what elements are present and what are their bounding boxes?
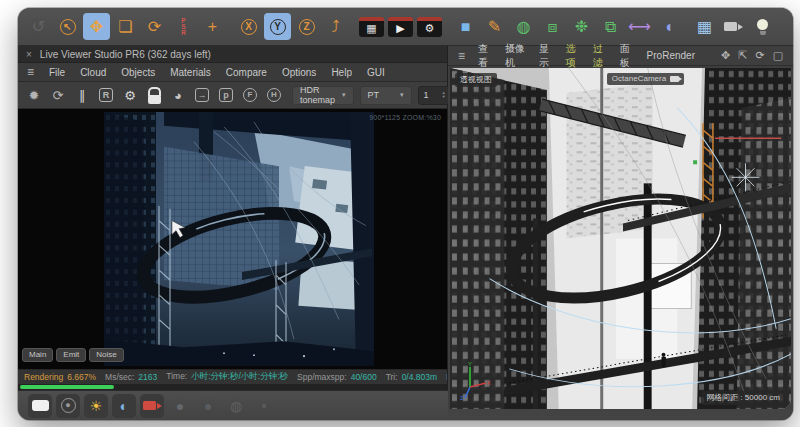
vp-menu-filter[interactable]: 过滤 [593, 42, 607, 70]
kernel-dropdown[interactable]: PT ▾ [360, 86, 412, 105]
vp-menu-panel[interactable]: 面板 [620, 42, 634, 70]
environment-disc-icon[interactable]: ◖ [655, 13, 682, 40]
toggle-view-icon[interactable]: ▢ [773, 49, 783, 62]
deformer-icon[interactable]: ⟷ [626, 13, 653, 40]
chevron-down-icon: ▾ [400, 91, 404, 99]
scatter-sphere-icon[interactable]: • [252, 394, 276, 418]
render-view-icon[interactable]: ▦ [359, 17, 384, 37]
white-balance-picker-icon[interactable]: H [263, 84, 285, 106]
render-progressbar [18, 384, 447, 390]
pass-main-button[interactable]: Main [22, 348, 53, 362]
coord-system-icon[interactable]: ⤴ [322, 13, 349, 40]
render-settings-gear-icon[interactable]: ⚙ [119, 84, 141, 106]
menu-compare[interactable]: Compare [226, 67, 267, 78]
material-slot-icon[interactable] [28, 394, 52, 418]
rotate-tool-icon[interactable]: ⟳ [141, 13, 168, 40]
vp-menu-options[interactable]: 选项 [566, 42, 580, 70]
status-tri-label: Tri: [386, 372, 398, 382]
status-spp-value: 40/600 [351, 372, 377, 382]
env-sphere-icon[interactable]: ● [196, 394, 220, 418]
sun-light-icon[interactable]: ☀ [84, 394, 108, 418]
live-viewer-toolbar: ✹⟳∥R⚙◕→pFH HDR tonemap ▾ PT ▾ 1 ▴▾ 0.9 [18, 82, 447, 109]
tonemap-dropdown[interactable]: HDR tonemap ▾ [292, 86, 354, 105]
status-mssec-value: 2163 [138, 372, 157, 382]
dolly-view-icon[interactable]: ⇱ [738, 49, 747, 62]
pass-noise-button[interactable]: Noise [89, 348, 123, 362]
vp-menu-camera[interactable]: 摄像机 [505, 42, 526, 70]
render-view[interactable]: 900*1125 ZOOM:%30 Main Emit Noise [18, 109, 447, 369]
pick-material-icon[interactable]: → [191, 84, 213, 106]
light-icon[interactable] [749, 13, 776, 40]
menu-gui[interactable]: GUI [367, 67, 385, 78]
viewport-menubar: ≡ 查看 摄像机 显示 选项 过滤 面板 ProRender ✥ ⇱ ⟳ ▢ [448, 46, 793, 66]
pass-emit-button[interactable]: Emit [56, 348, 86, 362]
samples-field[interactable]: 1 ▴▾ [418, 86, 451, 105]
render-resolution-info: 900*1125 ZOOM:%30 [369, 114, 441, 121]
stepper-icon[interactable]: ▴▾ [443, 91, 445, 99]
pan-view-icon[interactable]: ✥ [721, 49, 730, 62]
progress-fill [20, 385, 114, 389]
octane-object-toolbar: ●☀◐●●◍• [18, 390, 448, 420]
octane-logo-icon[interactable]: ✹ [23, 84, 45, 106]
hamburger-menu-icon[interactable]: ≡ [27, 65, 34, 79]
focus-picker-icon[interactable]: F [239, 84, 261, 106]
modeling-axis-icon[interactable]: + [199, 13, 226, 40]
floor-icon[interactable]: ▦ [691, 13, 718, 40]
diffuse-material-icon[interactable]: ● [56, 394, 80, 418]
subdivision-surface-icon[interactable]: ◍ [510, 13, 537, 40]
samples-value: 1 [424, 90, 438, 100]
lock-resolution-icon[interactable] [143, 84, 165, 106]
undo-icon[interactable]: ↺ [25, 13, 52, 40]
camera-icon[interactable] [720, 13, 747, 40]
cloner-icon[interactable]: ⧉ [597, 13, 624, 40]
octane-camera-icon[interactable] [140, 394, 164, 418]
reset-psr-icon[interactable]: PSR [170, 13, 197, 40]
y-axis-lock-icon[interactable]: Y [264, 13, 291, 40]
toolbar-separator [683, 14, 690, 40]
vp-menu-display[interactable]: 显示 [539, 42, 553, 70]
add-cube-icon[interactable]: ■ [452, 13, 479, 40]
viewport-canvas[interactable]: 透视视图 OctaneCamera 网格间距 : 50000 cm Y X Z [450, 68, 791, 409]
hdri-sphere-icon[interactable]: ● [168, 394, 192, 418]
live-viewer-menubar: ≡ File Cloud Objects Materials Compare O… [18, 63, 447, 82]
menu-objects[interactable]: Objects [121, 67, 155, 78]
svg-text:Z: Z [460, 395, 464, 401]
status-tri-value: 0/4.803m [402, 372, 437, 382]
menu-materials[interactable]: Materials [170, 67, 211, 78]
close-icon[interactable]: × [26, 49, 32, 60]
restart-render-icon[interactable]: ⟳ [47, 84, 69, 106]
hamburger-menu-icon[interactable]: ≡ [458, 49, 465, 63]
render-picture-viewer-icon[interactable]: ▶ [388, 17, 413, 37]
status-time-label: Time: [166, 371, 187, 381]
rotate-view-icon[interactable]: ⟳ [755, 49, 764, 62]
camera-label-chip[interactable]: OctaneCamera [607, 73, 684, 85]
region-render-icon[interactable]: R [95, 84, 117, 106]
axis-gizmo-icon: Y X Z [458, 361, 492, 401]
viewport-scene [450, 68, 791, 409]
menu-help[interactable]: Help [331, 67, 352, 78]
z-axis-lock-icon[interactable]: Z [293, 13, 320, 40]
move-tool-icon[interactable]: ✥ [83, 13, 110, 40]
render-settings-icon[interactable]: ⚙ [417, 17, 442, 37]
menu-options[interactable]: Options [282, 67, 316, 78]
live-selection-icon[interactable]: ↖ [54, 13, 81, 40]
vp-menu-view[interactable]: 查看 [478, 42, 492, 70]
instance-icon[interactable]: ⧈ [539, 13, 566, 40]
daylight-environment-icon[interactable]: ◐ [112, 394, 136, 418]
render-statusbar: Rendering6.667% Ms/sec:2163 Time:小时:分钟:秒… [18, 369, 447, 384]
pick-object-icon[interactable]: p [215, 84, 237, 106]
render-preview-image [104, 112, 374, 366]
menu-file[interactable]: File [49, 67, 65, 78]
scale-tool-icon[interactable]: ❏ [112, 13, 139, 40]
pause-render-icon[interactable]: ∥ [71, 84, 93, 106]
cinema4d-window: ↺↖✥❏⟳PSR+XYZ⤴▦▶⚙■✎◍⧈❉⧉⟷◖▦ × Live Viewer … [18, 8, 793, 420]
vp-menu-prorender[interactable]: ProRender [647, 50, 695, 61]
x-axis-lock-icon[interactable]: X [235, 13, 262, 40]
clay-mode-icon[interactable]: ◕ [167, 84, 189, 106]
menu-cloud[interactable]: Cloud [80, 67, 106, 78]
kernel-value: PT [368, 90, 380, 100]
checker-sphere-icon[interactable]: ◍ [224, 394, 248, 418]
array-icon[interactable]: ❉ [568, 13, 595, 40]
spline-pen-icon[interactable]: ✎ [481, 13, 508, 40]
grid-spacing-chip: 网格间距 : 50000 cm [701, 391, 785, 405]
